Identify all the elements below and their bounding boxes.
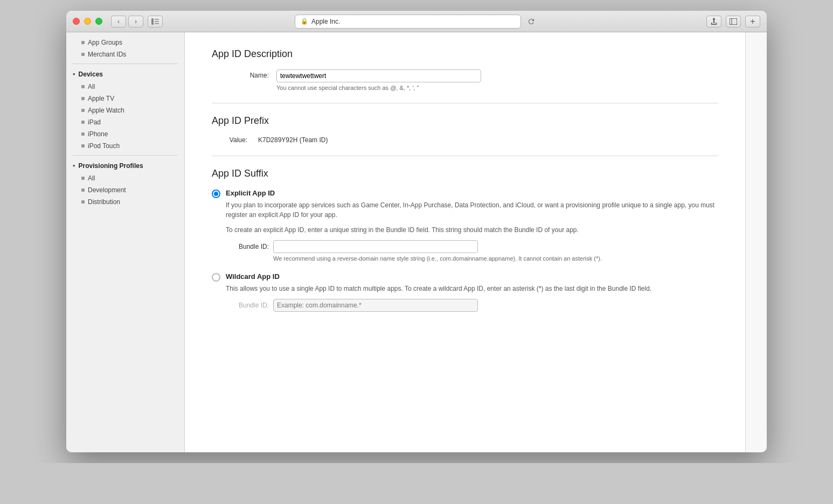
sidebar-item-label: iPod Touch	[88, 142, 120, 150]
explicit-radio-button[interactable]	[212, 190, 220, 198]
bullet-icon	[81, 109, 85, 112]
app-id-suffix-section: App ID Suffix Explicit App ID If you pla…	[212, 168, 718, 314]
reload-icon	[527, 18, 535, 25]
name-input[interactable]	[276, 69, 481, 82]
bullet-icon	[81, 200, 85, 204]
app-id-description-title: App ID Description	[212, 48, 718, 60]
explicit-bundle-id-hint: We recommend using a reverse-domain name…	[226, 255, 718, 262]
bullet-icon	[81, 121, 85, 124]
maximize-button[interactable]	[95, 18, 102, 25]
sidebar-item-label: Distribution	[88, 198, 120, 206]
sidebar-item-development[interactable]: Development	[66, 184, 184, 196]
provisioning-label: Provisioning Profiles	[79, 162, 143, 170]
sidebar-item-label: All	[88, 83, 95, 90]
titlebar-right: +	[706, 16, 760, 27]
name-label: Name:	[212, 69, 276, 79]
new-tab-button[interactable]: +	[745, 16, 760, 27]
devices-label: Devices	[79, 71, 103, 78]
url-text: Apple Inc.	[311, 18, 340, 25]
name-field-group: You cannot use special characters such a…	[276, 69, 718, 91]
view-icon	[730, 18, 737, 25]
wildcard-app-id-option: Wildcard App ID This allows you to use a…	[212, 272, 718, 314]
sidebar-item-all[interactable]: All	[66, 81, 184, 93]
wildcard-bundle-id-row: Bundle ID:	[226, 299, 718, 312]
plus-icon: +	[750, 17, 755, 26]
sidebar-item-label: iPad	[88, 118, 101, 126]
name-hint: You cannot use special characters such a…	[276, 85, 718, 91]
titlebar: ‹ › 🔒 Apple Inc.	[66, 11, 767, 32]
sidebar-item-ipod-touch[interactable]: iPod Touch	[66, 140, 184, 152]
app-id-prefix-title: App ID Prefix	[212, 115, 718, 127]
sidebar-item-apple-watch[interactable]: Apple Watch	[66, 104, 184, 116]
forward-button[interactable]: ›	[128, 16, 143, 27]
sidebar-item-merchant-ids[interactable]: Merchant IDs	[66, 48, 184, 60]
sidebar-item-apple-tv[interactable]: Apple TV	[66, 93, 184, 104]
provisioning-icon: ▪	[73, 162, 75, 170]
wildcard-bundle-id-input[interactable]	[273, 299, 478, 312]
name-form-row: Name: You cannot use special characters …	[212, 69, 718, 91]
sidebar-item-label: iPhone	[88, 130, 108, 138]
sidebar-item-label: Merchant IDs	[88, 51, 126, 58]
devices-icon: ▪	[73, 70, 75, 78]
share-button[interactable]	[706, 16, 721, 27]
minimize-button[interactable]	[84, 18, 91, 25]
explicit-bundle-id-label: Bundle ID:	[226, 243, 269, 250]
bullet-icon	[81, 97, 85, 100]
share-icon	[710, 17, 718, 26]
sidebar-section-provisioning[interactable]: ▪ Provisioning Profiles	[66, 159, 184, 172]
right-spacer	[745, 32, 767, 452]
app-id-suffix-title: App ID Suffix	[212, 168, 718, 179]
wildcard-title: Wildcard App ID	[226, 272, 718, 281]
explicit-desc-2: To create an explicit App ID, enter a un…	[226, 225, 718, 235]
explicit-title: Explicit App ID	[226, 189, 718, 197]
sidebar-view-button[interactable]	[726, 16, 741, 27]
sidebar-item-ipad[interactable]: iPad	[66, 116, 184, 128]
bullet-icon	[81, 177, 85, 180]
main-layout: App Groups Merchant IDs ▪ Devices All Ap…	[66, 32, 767, 452]
back-button[interactable]: ‹	[111, 16, 126, 27]
prefix-value-text: K7D289Y92H (Team ID)	[258, 136, 328, 144]
sidebar-separator	[73, 64, 178, 64]
sidebar-item-label: Apple Watch	[88, 107, 124, 114]
sidebar-icon	[151, 18, 159, 25]
svg-rect-2	[155, 21, 159, 22]
sidebar-toggle-button[interactable]	[148, 16, 163, 27]
explicit-desc-1: If you plan to incorporate app services …	[226, 200, 718, 220]
titlebar-center: 🔒 Apple Inc.	[295, 15, 538, 29]
app-id-prefix-section: App ID Prefix Value: K7D289Y92H (Team ID…	[212, 115, 718, 144]
divider-2	[212, 156, 718, 156]
close-button[interactable]	[73, 18, 80, 25]
forward-icon: ›	[135, 18, 137, 25]
sidebar-item-label: All	[88, 174, 95, 182]
sidebar-separator	[73, 155, 178, 156]
wildcard-radio-content: Wildcard App ID This allows you to use a…	[226, 272, 718, 314]
sidebar-item-distribution[interactable]: Distribution	[66, 196, 184, 208]
sidebar-item-label: Apple TV	[88, 95, 114, 102]
sidebar-item-iphone[interactable]: iPhone	[66, 128, 184, 140]
bullet-icon	[81, 53, 85, 56]
reload-button[interactable]	[524, 15, 538, 29]
sidebar-item-app-groups[interactable]: App Groups	[66, 37, 184, 48]
wildcard-radio-button[interactable]	[212, 273, 220, 282]
explicit-bundle-id-row: Bundle ID:	[226, 240, 718, 253]
bullet-icon	[81, 85, 85, 88]
bullet-icon	[81, 188, 85, 192]
prefix-value-label: Value:	[212, 136, 255, 144]
sidebar: App Groups Merchant IDs ▪ Devices All Ap…	[66, 32, 185, 452]
bullet-icon	[81, 144, 85, 148]
browser-window: ‹ › 🔒 Apple Inc.	[66, 11, 767, 452]
sidebar-section-devices[interactable]: ▪ Devices	[66, 67, 184, 81]
explicit-bundle-id-input[interactable]	[273, 240, 478, 253]
content-area: App ID Description Name: You cannot use …	[185, 32, 745, 452]
svg-rect-4	[730, 18, 737, 25]
wildcard-desc: This allows you to use a single App ID t…	[226, 284, 718, 293]
sidebar-item-label: App Groups	[88, 39, 122, 46]
sidebar-item-label: Development	[88, 186, 126, 194]
nav-buttons: ‹ ›	[111, 16, 143, 27]
sidebar-item-pp-all[interactable]: All	[66, 172, 184, 184]
prefix-value-row: Value: K7D289Y92H (Team ID)	[212, 136, 718, 144]
svg-rect-3	[155, 23, 159, 24]
svg-rect-1	[155, 19, 159, 20]
back-icon: ‹	[117, 18, 120, 25]
address-bar[interactable]: 🔒 Apple Inc.	[295, 15, 521, 29]
